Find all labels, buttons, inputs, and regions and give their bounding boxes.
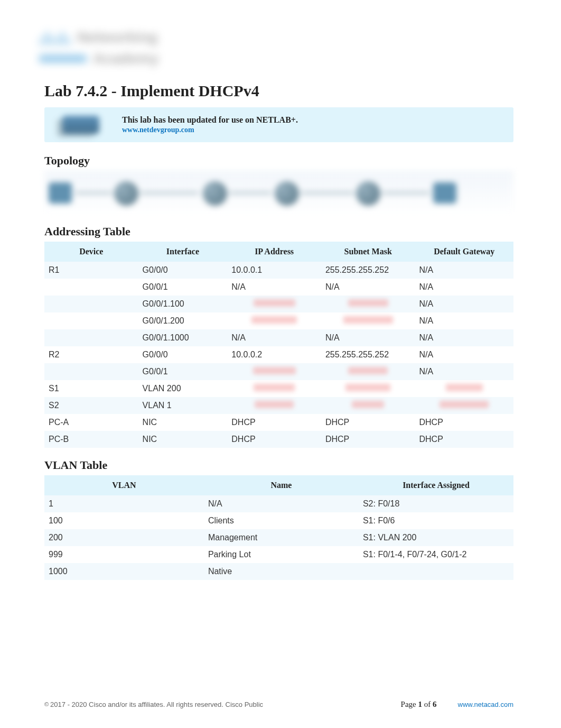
table-row: S2VLAN 1 <box>44 397 513 414</box>
addr-cell-mask <box>321 312 415 329</box>
brand-word-1: Networking <box>77 29 157 46</box>
addr-cell-mask: N/A <box>321 329 415 346</box>
topology-diagram <box>44 171 513 215</box>
addr-cell-device <box>44 312 138 329</box>
addr-cell-ip <box>227 380 321 397</box>
redacted-value <box>255 401 293 408</box>
addr-cell-ip: DHCP <box>227 431 321 448</box>
redacted-value <box>348 367 388 374</box>
addr-cell-mask <box>321 296 415 312</box>
vlan-cell-iface <box>359 563 513 580</box>
addr-cell-ip: 10.0.0.2 <box>227 346 321 363</box>
table-row: G0/0/1N/AN/AN/A <box>44 279 513 296</box>
addr-cell-interface: NIC <box>138 431 228 448</box>
addr-cell-ip <box>227 363 321 380</box>
addr-cell-gateway: N/A <box>415 296 514 312</box>
vlan-cell-id: 999 <box>44 546 204 563</box>
vlan-th-vlan: VLAN <box>44 475 204 495</box>
addr-cell-gateway: N/A <box>415 363 514 380</box>
addr-cell-device: R1 <box>44 262 138 279</box>
addressing-table: Device Interface IP Address Subnet Mask … <box>44 242 513 448</box>
addr-cell-gateway <box>415 397 514 414</box>
addr-cell-mask: N/A <box>321 279 415 296</box>
addr-cell-device: PC-B <box>44 431 138 448</box>
brand-logo-blur: Networking Academy <box>39 29 198 71</box>
addr-cell-mask: 255.255.255.252 <box>321 346 415 363</box>
brand-logo: Networking Academy <box>44 29 513 71</box>
table-row: PC-BNICDHCPDHCPDHCP <box>44 431 513 448</box>
redacted-value <box>345 384 390 391</box>
addr-cell-ip <box>227 296 321 312</box>
addr-cell-device: S1 <box>44 380 138 397</box>
addr-cell-mask <box>321 363 415 380</box>
addr-cell-interface: G0/0/1.200 <box>138 312 228 329</box>
table-row: G0/0/1.100N/A <box>44 296 513 312</box>
netlab-logo <box>53 115 108 135</box>
addr-cell-mask: 255.255.255.252 <box>321 262 415 279</box>
table-row: S1VLAN 200 <box>44 380 513 397</box>
addr-cell-interface: G0/0/1.100 <box>138 296 228 312</box>
addr-cell-device: R2 <box>44 346 138 363</box>
vlan-cell-iface: S2: F0/18 <box>359 495 513 512</box>
footer-page-indicator: Page 1 of 6 <box>401 700 437 709</box>
addr-cell-device: S2 <box>44 397 138 414</box>
addr-cell-ip: 10.0.0.1 <box>227 262 321 279</box>
addr-cell-gateway: N/A <box>415 346 514 363</box>
addr-cell-gateway: N/A <box>415 279 514 296</box>
page-title: Lab 7.4.2 - Implement DHCPv4 <box>44 82 513 100</box>
redacted-value <box>254 299 295 307</box>
redacted-value <box>348 299 388 307</box>
addr-cell-gateway: N/A <box>415 329 514 346</box>
footer-site-link[interactable]: www.netacad.com <box>458 701 514 708</box>
addr-cell-mask: DHCP <box>321 431 415 448</box>
addr-cell-device <box>44 329 138 346</box>
table-row: G0/0/1.1000N/AN/AN/A <box>44 329 513 346</box>
vlan-cell-id: 1000 <box>44 563 204 580</box>
redacted-value <box>343 316 393 324</box>
addr-cell-ip: N/A <box>227 279 321 296</box>
section-heading-topology: Topology <box>44 154 513 168</box>
redacted-value <box>253 367 296 374</box>
vlan-cell-name: Management <box>204 529 359 546</box>
redacted-value <box>352 401 385 408</box>
addr-cell-interface: G0/0/0 <box>138 346 228 363</box>
vlan-cell-id: 200 <box>44 529 204 546</box>
addr-cell-ip <box>227 312 321 329</box>
vlan-cell-id: 100 <box>44 512 204 529</box>
vlan-cell-id: 1 <box>44 495 204 512</box>
addr-cell-device: PC-A <box>44 414 138 431</box>
addr-cell-gateway: DHCP <box>415 431 514 448</box>
addr-cell-device <box>44 363 138 380</box>
addr-cell-mask: DHCP <box>321 414 415 431</box>
brand-word-2: Academy <box>93 50 159 67</box>
addr-cell-ip: N/A <box>227 329 321 346</box>
addr-th-mask: Subnet Mask <box>321 242 415 262</box>
vlan-cell-name: Parking Lot <box>204 546 359 563</box>
table-row: 1000Native <box>44 563 513 580</box>
footer-copyright-text: 2017 - 2020 Cisco and/or its affiliates.… <box>50 701 263 708</box>
vlan-th-iface: Interface Assigned <box>359 475 513 495</box>
notice-link[interactable]: www.netdevgroup.com <box>122 126 298 134</box>
addr-cell-device <box>44 296 138 312</box>
table-row: R2G0/0/010.0.0.2255.255.255.252N/A <box>44 346 513 363</box>
vlan-cell-name: Clients <box>204 512 359 529</box>
vlan-cell-iface: S1: VLAN 200 <box>359 529 513 546</box>
addr-cell-interface: G0/0/1.1000 <box>138 329 228 346</box>
addr-cell-interface: NIC <box>138 414 228 431</box>
vlan-cell-iface: S1: F0/6 <box>359 512 513 529</box>
section-heading-vlan: VLAN Table <box>44 458 513 472</box>
addr-th-interface: Interface <box>138 242 228 262</box>
addr-cell-gateway: DHCP <box>415 414 514 431</box>
vlan-cell-iface: S1: F0/1-4, F0/7-24, G0/1-2 <box>359 546 513 563</box>
addr-cell-interface: G0/0/1 <box>138 279 228 296</box>
table-row: G0/0/1.200N/A <box>44 312 513 329</box>
redacted-value <box>440 401 489 408</box>
addr-cell-interface: G0/0/0 <box>138 262 228 279</box>
addr-cell-interface: VLAN 200 <box>138 380 228 397</box>
table-row: 999Parking LotS1: F0/1-4, F0/7-24, G0/1-… <box>44 546 513 563</box>
addr-cell-gateway: N/A <box>415 262 514 279</box>
document-page: Networking Academy Lab 7.4.2 - Implement… <box>0 0 561 728</box>
notice-banner: This lab has been updated for use on NET… <box>44 107 513 142</box>
redacted-value <box>446 384 483 391</box>
table-row: 1N/AS2: F0/18 <box>44 495 513 512</box>
